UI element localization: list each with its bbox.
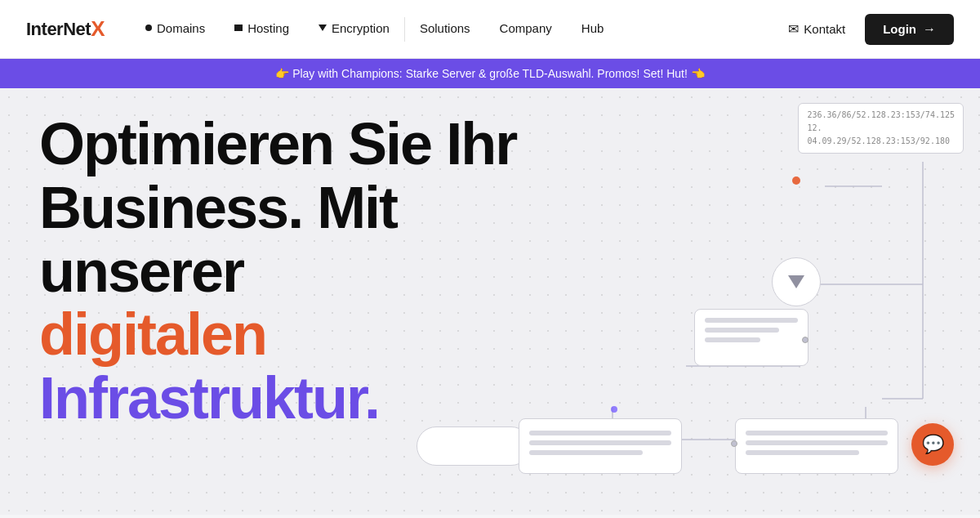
- nav-item-domains[interactable]: Domains: [131, 0, 220, 59]
- hero-section: Optimieren Sie Ihr Business. Mit unserer…: [0, 88, 980, 515]
- diagram-pill-left: [416, 426, 531, 466]
- node-line: [746, 450, 859, 455]
- code-line-2: 12.: [807, 122, 955, 135]
- nav-item-encryption[interactable]: Encryption: [304, 0, 404, 59]
- hero-title: Optimieren Sie Ihr Business. Mit unserer…: [39, 113, 562, 431]
- login-label: Login: [883, 22, 916, 36]
- node-line: [529, 440, 671, 445]
- envelope-icon: ✉: [788, 21, 799, 37]
- node-line: [746, 431, 888, 435]
- code-line-3: 04.09.29/52.128.23:153/92.180: [807, 135, 955, 148]
- nav-label-solutions: Solutions: [420, 21, 470, 35]
- purple-indicator-dot: [611, 406, 617, 413]
- connector-dot: [802, 337, 808, 343]
- hero-line1: Optimieren Sie Ihr: [39, 111, 516, 176]
- red-indicator-dot: [792, 176, 800, 185]
- login-button[interactable]: Login →: [865, 14, 954, 45]
- node-line: [705, 337, 760, 342]
- nav-right: ✉ Kontakt Login →: [775, 0, 954, 59]
- diagram-node-bottom-right: [735, 418, 898, 474]
- dot-icon: [145, 25, 152, 31]
- triangle-icon: [318, 25, 327, 31]
- node-line: [529, 450, 643, 455]
- chat-button[interactable]: 💬: [911, 423, 954, 466]
- logo-text: InterNet: [26, 19, 91, 40]
- nav-label-company: Company: [500, 21, 552, 35]
- nav-item-hub[interactable]: Hub: [567, 0, 619, 59]
- promo-banner[interactable]: 👉 Play with Champions: Starke Server & g…: [0, 59, 980, 88]
- square-icon: [234, 25, 243, 31]
- node-line: [705, 328, 779, 333]
- hero-purple-text: Infrastruktur.: [39, 365, 379, 431]
- triangle-down-icon: [788, 275, 804, 288]
- hero-orange-text: digitalen: [39, 301, 266, 367]
- nav-items: Domains Hosting Encryption Solutions Com…: [131, 0, 775, 59]
- arrow-icon: →: [923, 22, 936, 37]
- nav-kontakt[interactable]: ✉ Kontakt: [775, 0, 858, 59]
- chat-icon: 💬: [922, 434, 944, 455]
- nav-label-domains: Domains: [157, 21, 205, 35]
- kontakt-label: Kontakt: [804, 22, 845, 36]
- code-box: 236.36/86/52.128.23:153/74.125 12. 04.09…: [798, 103, 964, 154]
- node-line: [746, 440, 888, 445]
- node-line: [705, 318, 798, 323]
- nav-item-company[interactable]: Company: [485, 0, 567, 59]
- navbar: InterNetX Domains Hosting Encryption Sol…: [0, 0, 980, 59]
- diagram-circle-node: [772, 257, 821, 306]
- code-line-1: 236.36/86/52.128.23:153/74.125: [807, 109, 955, 122]
- banner-text: 👉 Play with Champions: Starke Server & g…: [275, 67, 704, 80]
- node-line: [529, 431, 671, 435]
- logo[interactable]: InterNetX: [26, 16, 105, 42]
- hero-content: Optimieren Sie Ihr Business. Mit unserer…: [39, 113, 562, 431]
- logo-x: X: [91, 16, 105, 42]
- connector-dot: [731, 440, 737, 447]
- nav-label-hosting: Hosting: [247, 21, 289, 35]
- nav-item-hosting[interactable]: Hosting: [220, 0, 304, 59]
- diagram-node-center: [694, 309, 808, 366]
- nav-item-solutions[interactable]: Solutions: [405, 0, 485, 59]
- nav-label-hub: Hub: [581, 21, 604, 35]
- nav-label-encryption: Encryption: [332, 21, 390, 35]
- hero-line2: Business. Mit unserer: [39, 175, 397, 304]
